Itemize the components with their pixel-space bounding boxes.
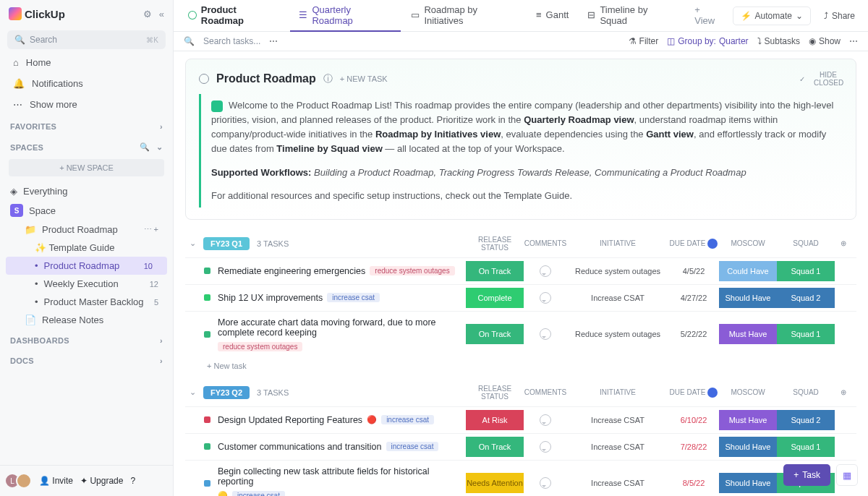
task-name[interactable]: Customer communications and transitionin… <box>218 439 466 455</box>
due-cell[interactable]: 4/27/22 <box>668 294 719 302</box>
release-status[interactable]: On Track <box>466 437 524 457</box>
squad-cell[interactable]: Squad 1 <box>777 261 835 281</box>
comments-cell[interactable] <box>524 477 567 489</box>
task-row[interactable]: Design Updated Reporting Features🔴increa… <box>185 406 856 433</box>
tag[interactable]: increase csat <box>232 491 285 496</box>
comments-cell[interactable] <box>524 441 567 453</box>
search-input[interactable]: 🔍 Search ⌘K <box>7 30 166 49</box>
initiative-cell[interactable]: Reduce system outages <box>567 267 668 275</box>
task-row[interactable]: More accurate chart data moving forward,… <box>185 311 856 357</box>
due-cell[interactable]: 6/10/22 <box>668 416 719 424</box>
nav-show-more[interactable]: ⋯Show more <box>0 94 173 115</box>
task-name[interactable]: More accurate chart data moving forward,… <box>218 315 466 354</box>
logo[interactable]: ClickUp <box>9 7 65 20</box>
section-dashboards[interactable]: DASHBOARDS› <box>0 329 173 349</box>
add-view-button[interactable]: + View <box>686 0 731 32</box>
release-status[interactable]: On Track <box>466 324 524 344</box>
add-column-button[interactable]: ⊕ <box>835 388 852 396</box>
group-by-button[interactable]: ◫ Group by: Quarter <box>667 36 748 46</box>
task-row[interactable]: Ship 12 UX improvementsincrease csatComp… <box>185 284 856 311</box>
search-spaces-icon[interactable]: 🔍 <box>140 142 150 152</box>
initiative-cell[interactable]: Increase CSAT <box>567 416 668 424</box>
add-column-button[interactable]: ⊕ <box>835 239 852 247</box>
release-status[interactable]: On Track <box>466 261 524 281</box>
automate-button[interactable]: ⚡Automate⌄ <box>733 7 811 25</box>
subtasks-button[interactable]: ⤵ Subtasks <box>757 36 800 46</box>
tree-master-backlog[interactable]: •Product Master Backlog5 <box>0 293 173 311</box>
check-icon[interactable]: ✓ <box>799 75 805 83</box>
due-cell[interactable]: 8/5/22 <box>668 479 719 487</box>
chevron-down-icon[interactable]: ⌄ <box>190 239 196 248</box>
release-status[interactable]: Needs Attention <box>466 473 524 493</box>
comments-cell[interactable] <box>524 328 567 340</box>
moscow-cell[interactable]: Should Have <box>719 473 777 493</box>
list-title[interactable]: Product Roadmap <box>179 0 289 32</box>
tag[interactable]: reduce system outages <box>218 342 302 351</box>
section-spaces[interactable]: SPACES🔍⌄ <box>0 135 173 156</box>
tree-weekly-execution[interactable]: •Weekly Execution12 <box>0 275 173 293</box>
moscow-cell[interactable]: Should Have <box>719 437 777 457</box>
due-cell[interactable]: 7/28/22 <box>668 442 719 451</box>
avatar-stack[interactable]: L <box>9 473 32 489</box>
share-button[interactable]: ⤴Share <box>817 7 862 25</box>
tag[interactable]: increase csat <box>327 293 380 302</box>
section-docs[interactable]: DOCS› <box>0 349 173 369</box>
tab-gantt[interactable]: ≡Gantt <box>527 0 577 32</box>
new-space-button[interactable]: + NEW SPACE <box>9 159 164 176</box>
new-task-fab[interactable]: +Task <box>783 464 830 486</box>
info-icon[interactable]: ⓘ <box>323 72 333 85</box>
moscow-cell[interactable]: Could Have <box>719 261 777 281</box>
tag[interactable]: reduce system outages <box>370 266 454 275</box>
release-status[interactable]: Complete <box>466 288 524 308</box>
task-name[interactable]: Design Updated Reporting Features🔴increa… <box>218 412 466 428</box>
col-due[interactable]: DUE DATE <box>668 239 719 249</box>
tab-quarterly[interactable]: ☰Quarterly Roadmap <box>290 0 401 32</box>
moscow-cell[interactable]: Must Have <box>719 324 777 344</box>
settings-icon[interactable]: ⚙ <box>143 9 152 20</box>
group-header[interactable]: ⌄ FY23 Q1 3 TASKS RELEASE STATUS COMMENT… <box>185 230 856 257</box>
tab-initiatives[interactable]: ▭Roadmap by Initiatives <box>402 0 526 32</box>
tree-everything[interactable]: ◈Everything <box>0 182 173 200</box>
group-header[interactable]: ⌄ FY23 Q2 3 TASKS RELEASE STATUS COMMENT… <box>185 379 856 406</box>
tree-product-roadmap-list[interactable]: •Product Roadmap10 <box>6 257 167 275</box>
squad-cell[interactable]: Squad 1 <box>777 324 835 344</box>
col-due[interactable]: DUE DATE <box>668 388 719 398</box>
invite-button[interactable]: 👤 Invite <box>39 476 73 486</box>
comments-cell[interactable] <box>524 414 567 426</box>
nav-notifications[interactable]: 🔔Notifications <box>0 73 173 94</box>
tree-release-notes[interactable]: 📄Release Notes <box>0 311 173 329</box>
task-name[interactable]: Begin collecting new task attribute fiel… <box>218 463 466 496</box>
more-icon[interactable]: ⋯ <box>269 36 278 46</box>
nav-home[interactable]: ⌂Home <box>0 52 173 73</box>
squad-cell[interactable]: Squad 2 <box>777 410 835 430</box>
task-name[interactable]: Ship 12 UX improvementsincrease csat <box>218 290 466 306</box>
add-icon[interactable]: + <box>154 225 158 234</box>
tree-template-guide[interactable]: ✨ Template Guide <box>0 239 173 257</box>
moscow-cell[interactable]: Should Have <box>719 288 777 308</box>
squad-cell[interactable]: Squad 1 <box>777 437 835 457</box>
chevron-down-icon[interactable]: ⌄ <box>156 142 163 152</box>
section-favorites[interactable]: FAVORITES› <box>0 115 173 135</box>
initiative-cell[interactable]: Increase CSAT <box>567 442 668 451</box>
more-options-icon[interactable]: ⋯ <box>849 36 858 46</box>
more-icon[interactable]: ⋯ <box>144 225 152 234</box>
due-cell[interactable]: 4/5/22 <box>668 267 719 275</box>
initiative-cell[interactable]: Increase CSAT <box>567 479 668 487</box>
chevron-down-icon[interactable]: ⌄ <box>190 388 196 397</box>
task-search-input[interactable]: Search tasks... <box>203 36 260 46</box>
release-status[interactable]: At Risk <box>466 410 524 430</box>
task-row[interactable]: Remediate engineering emergenciesreduce … <box>185 257 856 284</box>
tag[interactable]: increase csat <box>386 442 439 451</box>
tab-timeline[interactable]: ⊟Timeline by Squad <box>579 0 684 32</box>
task-row[interactable]: Begin collecting new task attribute fiel… <box>185 460 856 496</box>
show-button[interactable]: ◉ Show <box>809 36 841 46</box>
task-row[interactable]: Customer communications and transitionin… <box>185 433 856 460</box>
initiative-cell[interactable]: Reduce system outages <box>567 330 668 338</box>
new-task-button[interactable]: + NEW TASK <box>340 74 388 83</box>
due-cell[interactable]: 5/22/22 <box>668 330 719 338</box>
tree-space[interactable]: SSpace <box>0 200 173 221</box>
squad-cell[interactable]: Squad 2 <box>777 288 835 308</box>
filter-button[interactable]: ⚗ Filter <box>629 36 659 46</box>
help-icon[interactable]: ? <box>130 476 135 486</box>
tree-product-roadmap-folder[interactable]: 📁Product Roadmap⋯ + <box>0 221 173 239</box>
